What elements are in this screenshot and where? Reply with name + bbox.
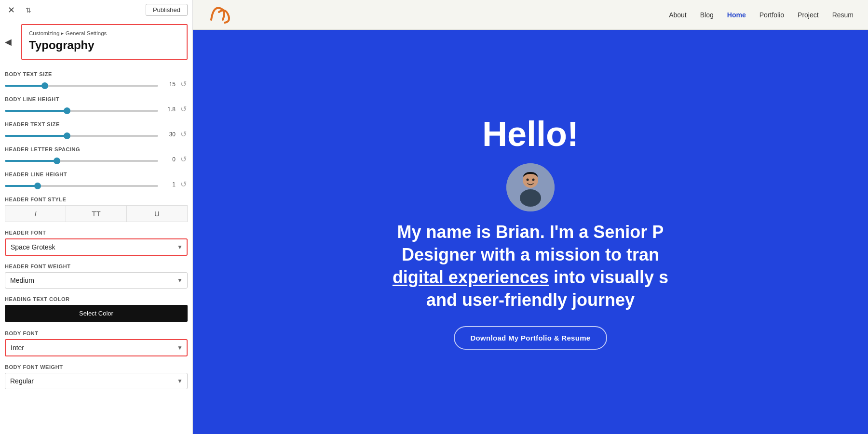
hero-description: My name is Brian. I'm a Senior P Designe… [393, 221, 668, 311]
heading-text-color-label: HEADING TEXT COLOR [5, 296, 188, 302]
hero-desc-part4: and user-friendly journey [426, 290, 635, 310]
preview-panel: About Blog Home Portfolio Project Resum … [193, 0, 868, 434]
header-text-size-row: 30 ↺ [5, 130, 188, 139]
body-line-height-row: 1.8 ↺ [5, 105, 188, 114]
page-title: Typography [29, 39, 180, 52]
body-font-weight-dropdown-wrap: Regular Thin Light Medium SemiBold Bold … [5, 373, 188, 389]
nav-links: About Blog Home Portfolio Project Resum [669, 11, 854, 19]
hero-desc-part2: Designer with a mission to tran [402, 245, 659, 264]
preview-navbar: About Blog Home Portfolio Project Resum [193, 0, 868, 30]
svg-point-2 [520, 189, 541, 207]
header-letter-spacing-row: 0 ↺ [5, 155, 188, 164]
hero-desc-link[interactable]: digital experiences [393, 267, 549, 287]
header-font-label: HEADER FONT [5, 230, 188, 236]
header-text-size-label: HEADER TEXT SIZE [5, 121, 188, 127]
header-font-style-label: HEADER FONT STYLE [5, 197, 188, 202]
breadcrumb-path: Customizing ▸ General Settings [29, 30, 180, 37]
body-line-height-reset[interactable]: ↺ [179, 105, 188, 113]
body-text-size-label: BODY TEXT SIZE [5, 71, 188, 77]
breadcrumb-separator: ▸ [61, 30, 65, 36]
select-color-button[interactable]: Select Color [5, 305, 188, 322]
body-font-dropdown-wrap: Inter Roboto Open Sans Space Grotesk Lat… [5, 339, 188, 356]
header-text-size-slider-wrap [5, 130, 158, 139]
download-button[interactable]: Download My Portfolio & Resume [454, 326, 607, 350]
toolbar: ✕ ⇅ Published [0, 0, 192, 20]
header-font-weight-select[interactable]: Thin Light Regular Medium SemiBold Bold [5, 272, 188, 289]
body-text-size-row: 15 ↺ [5, 80, 188, 89]
body-text-size-slider-wrap [5, 80, 158, 89]
header-letter-spacing-slider[interactable] [5, 160, 158, 162]
body-text-size-reset[interactable]: ↺ [179, 80, 188, 88]
body-font-label: BODY FONT [5, 330, 188, 336]
font-style-row: I TT U [5, 205, 188, 222]
header-text-size-value: 30 [162, 131, 176, 138]
svg-point-4 [532, 179, 535, 181]
header-line-height-slider[interactable] [5, 185, 158, 187]
panel-content: BODY TEXT SIZE 15 ↺ BODY LINE HEIGHT 1.8… [0, 64, 192, 434]
hero-greeting: Hello! [482, 114, 579, 154]
nav-link-project[interactable]: Project [798, 11, 819, 19]
nav-link-resum[interactable]: Resum [832, 11, 854, 19]
body-line-height-slider[interactable] [5, 110, 158, 112]
header-letter-spacing-reset[interactable]: ↺ [179, 156, 188, 163]
body-font-select[interactable]: Inter Roboto Open Sans Space Grotesk Lat… [5, 339, 188, 356]
avatar [506, 163, 555, 211]
body-line-height-value: 1.8 [162, 106, 176, 113]
nav-link-about[interactable]: About [669, 11, 687, 19]
body-text-size-value: 15 [162, 81, 176, 88]
header-font-weight-label: HEADER FONT WEIGHT [5, 263, 188, 269]
breadcrumb-part2: General Settings [66, 30, 107, 36]
sort-button[interactable]: ⇅ [22, 5, 35, 15]
close-button[interactable]: ✕ [5, 4, 18, 16]
hero-section: Hello! My name is Brian. I'm a Senior P … [193, 30, 868, 434]
header-line-height-row: 1 ↺ [5, 180, 188, 189]
hero-desc-part3: into visually s [549, 267, 668, 287]
header-line-height-value: 1 [162, 181, 176, 188]
body-line-height-label: BODY LINE HEIGHT [5, 96, 188, 102]
published-button[interactable]: Published [146, 4, 188, 16]
header-font-weight-dropdown-wrap: Thin Light Regular Medium SemiBold Bold … [5, 272, 188, 289]
header-letter-spacing-label: HEADER LETTER SPACING [5, 146, 188, 152]
customizer-panel: ✕ ⇅ Published ◀ Customizing ▸ General Se… [0, 0, 193, 434]
nav-link-blog[interactable]: Blog [700, 11, 714, 19]
header-line-height-reset[interactable]: ↺ [179, 181, 188, 188]
header-line-height-label: HEADER LINE HEIGHT [5, 171, 188, 177]
breadcrumb-part1: Customizing [29, 30, 59, 36]
header-text-size-slider[interactable] [5, 135, 158, 137]
body-font-weight-label: BODY FONT WEIGHT [5, 364, 188, 370]
body-font-weight-select[interactable]: Regular Thin Light Medium SemiBold Bold [5, 373, 188, 389]
header-letter-spacing-value: 0 [162, 156, 176, 163]
breadcrumb: Customizing ▸ General Settings Typograph… [21, 24, 188, 60]
header-letter-spacing-slider-wrap [5, 155, 158, 164]
back-button[interactable]: ◀ [0, 20, 16, 64]
font-style-italic-btn[interactable]: I [5, 205, 66, 222]
header-line-height-slider-wrap [5, 180, 158, 189]
nav-logo [207, 2, 232, 27]
nav-link-home[interactable]: Home [727, 11, 746, 19]
svg-point-3 [527, 179, 529, 181]
header-font-dropdown-wrap: Space Grotesk Inter Roboto Open Sans Lat… [5, 238, 188, 256]
hero-desc-part1: My name is Brian. I'm a Senior P [397, 222, 664, 242]
header-font-select[interactable]: Space Grotesk Inter Roboto Open Sans Lat… [5, 238, 188, 256]
body-line-height-slider-wrap [5, 105, 158, 114]
header-text-size-reset[interactable]: ↺ [179, 131, 188, 138]
body-text-size-slider[interactable] [5, 85, 158, 87]
font-style-underline-btn[interactable]: U [126, 205, 188, 222]
nav-link-portfolio[interactable]: Portfolio [760, 11, 784, 19]
font-style-caps-btn[interactable]: TT [66, 205, 126, 222]
